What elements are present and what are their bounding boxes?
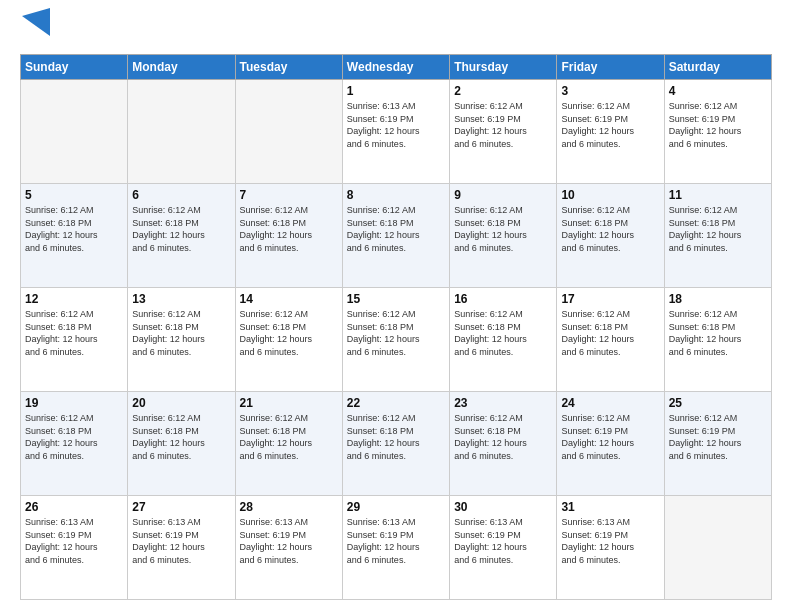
day-info: Sunrise: 6:12 AM Sunset: 6:18 PM Dayligh… <box>561 204 659 254</box>
day-number: 26 <box>25 500 123 514</box>
day-info: Sunrise: 6:12 AM Sunset: 6:18 PM Dayligh… <box>454 412 552 462</box>
day-info: Sunrise: 6:12 AM Sunset: 6:18 PM Dayligh… <box>669 204 767 254</box>
day-number: 16 <box>454 292 552 306</box>
svg-marker-0 <box>22 8 50 36</box>
calendar-cell: 3Sunrise: 6:12 AM Sunset: 6:19 PM Daylig… <box>557 80 664 184</box>
day-info: Sunrise: 6:12 AM Sunset: 6:18 PM Dayligh… <box>132 308 230 358</box>
day-number: 24 <box>561 396 659 410</box>
calendar-week-row: 19Sunrise: 6:12 AM Sunset: 6:18 PM Dayli… <box>21 392 772 496</box>
day-number: 2 <box>454 84 552 98</box>
calendar-cell: 2Sunrise: 6:12 AM Sunset: 6:19 PM Daylig… <box>450 80 557 184</box>
calendar-week-row: 12Sunrise: 6:12 AM Sunset: 6:18 PM Dayli… <box>21 288 772 392</box>
day-info: Sunrise: 6:12 AM Sunset: 6:18 PM Dayligh… <box>669 308 767 358</box>
calendar-cell: 27Sunrise: 6:13 AM Sunset: 6:19 PM Dayli… <box>128 496 235 600</box>
day-info: Sunrise: 6:12 AM Sunset: 6:18 PM Dayligh… <box>25 308 123 358</box>
day-info: Sunrise: 6:13 AM Sunset: 6:19 PM Dayligh… <box>347 100 445 150</box>
calendar-header-row: SundayMondayTuesdayWednesdayThursdayFrid… <box>21 55 772 80</box>
day-info: Sunrise: 6:12 AM Sunset: 6:19 PM Dayligh… <box>561 100 659 150</box>
day-info: Sunrise: 6:12 AM Sunset: 6:18 PM Dayligh… <box>454 204 552 254</box>
day-number: 18 <box>669 292 767 306</box>
day-info: Sunrise: 6:12 AM Sunset: 6:18 PM Dayligh… <box>347 412 445 462</box>
day-info: Sunrise: 6:12 AM Sunset: 6:19 PM Dayligh… <box>669 412 767 462</box>
calendar-cell: 14Sunrise: 6:12 AM Sunset: 6:18 PM Dayli… <box>235 288 342 392</box>
calendar-cell: 9Sunrise: 6:12 AM Sunset: 6:18 PM Daylig… <box>450 184 557 288</box>
calendar-cell: 28Sunrise: 6:13 AM Sunset: 6:19 PM Dayli… <box>235 496 342 600</box>
calendar-cell: 25Sunrise: 6:12 AM Sunset: 6:19 PM Dayli… <box>664 392 771 496</box>
day-number: 4 <box>669 84 767 98</box>
day-info: Sunrise: 6:12 AM Sunset: 6:18 PM Dayligh… <box>347 204 445 254</box>
calendar-cell: 8Sunrise: 6:12 AM Sunset: 6:18 PM Daylig… <box>342 184 449 288</box>
day-number: 7 <box>240 188 338 202</box>
day-info: Sunrise: 6:12 AM Sunset: 6:19 PM Dayligh… <box>561 412 659 462</box>
day-info: Sunrise: 6:13 AM Sunset: 6:19 PM Dayligh… <box>454 516 552 566</box>
day-info: Sunrise: 6:12 AM Sunset: 6:18 PM Dayligh… <box>240 412 338 462</box>
day-info: Sunrise: 6:12 AM Sunset: 6:18 PM Dayligh… <box>240 204 338 254</box>
calendar-table: SundayMondayTuesdayWednesdayThursdayFrid… <box>20 54 772 600</box>
calendar-cell <box>128 80 235 184</box>
page: SundayMondayTuesdayWednesdayThursdayFrid… <box>0 0 792 612</box>
calendar-cell: 21Sunrise: 6:12 AM Sunset: 6:18 PM Dayli… <box>235 392 342 496</box>
calendar-cell: 6Sunrise: 6:12 AM Sunset: 6:18 PM Daylig… <box>128 184 235 288</box>
day-number: 6 <box>132 188 230 202</box>
calendar-cell: 29Sunrise: 6:13 AM Sunset: 6:19 PM Dayli… <box>342 496 449 600</box>
calendar-cell: 12Sunrise: 6:12 AM Sunset: 6:18 PM Dayli… <box>21 288 128 392</box>
calendar-cell: 20Sunrise: 6:12 AM Sunset: 6:18 PM Dayli… <box>128 392 235 496</box>
day-number: 8 <box>347 188 445 202</box>
day-number: 31 <box>561 500 659 514</box>
day-number: 30 <box>454 500 552 514</box>
weekday-header: Monday <box>128 55 235 80</box>
header <box>20 16 772 44</box>
calendar-week-row: 26Sunrise: 6:13 AM Sunset: 6:19 PM Dayli… <box>21 496 772 600</box>
calendar-cell: 4Sunrise: 6:12 AM Sunset: 6:19 PM Daylig… <box>664 80 771 184</box>
day-info: Sunrise: 6:12 AM Sunset: 6:19 PM Dayligh… <box>454 100 552 150</box>
calendar-cell: 19Sunrise: 6:12 AM Sunset: 6:18 PM Dayli… <box>21 392 128 496</box>
calendar-cell: 26Sunrise: 6:13 AM Sunset: 6:19 PM Dayli… <box>21 496 128 600</box>
weekday-header: Saturday <box>664 55 771 80</box>
day-number: 21 <box>240 396 338 410</box>
day-number: 3 <box>561 84 659 98</box>
day-info: Sunrise: 6:12 AM Sunset: 6:18 PM Dayligh… <box>25 204 123 254</box>
day-info: Sunrise: 6:13 AM Sunset: 6:19 PM Dayligh… <box>561 516 659 566</box>
day-info: Sunrise: 6:12 AM Sunset: 6:18 PM Dayligh… <box>132 412 230 462</box>
day-number: 29 <box>347 500 445 514</box>
calendar-cell <box>664 496 771 600</box>
weekday-header: Wednesday <box>342 55 449 80</box>
calendar-cell <box>21 80 128 184</box>
calendar-cell: 15Sunrise: 6:12 AM Sunset: 6:18 PM Dayli… <box>342 288 449 392</box>
day-number: 27 <box>132 500 230 514</box>
day-number: 17 <box>561 292 659 306</box>
calendar-cell: 10Sunrise: 6:12 AM Sunset: 6:18 PM Dayli… <box>557 184 664 288</box>
calendar-cell: 5Sunrise: 6:12 AM Sunset: 6:18 PM Daylig… <box>21 184 128 288</box>
day-number: 14 <box>240 292 338 306</box>
calendar-cell: 31Sunrise: 6:13 AM Sunset: 6:19 PM Dayli… <box>557 496 664 600</box>
day-number: 10 <box>561 188 659 202</box>
weekday-header: Friday <box>557 55 664 80</box>
day-info: Sunrise: 6:12 AM Sunset: 6:18 PM Dayligh… <box>454 308 552 358</box>
day-info: Sunrise: 6:12 AM Sunset: 6:19 PM Dayligh… <box>669 100 767 150</box>
day-info: Sunrise: 6:13 AM Sunset: 6:19 PM Dayligh… <box>240 516 338 566</box>
day-number: 28 <box>240 500 338 514</box>
day-number: 1 <box>347 84 445 98</box>
day-number: 25 <box>669 396 767 410</box>
calendar-cell: 1Sunrise: 6:13 AM Sunset: 6:19 PM Daylig… <box>342 80 449 184</box>
day-number: 19 <box>25 396 123 410</box>
day-number: 13 <box>132 292 230 306</box>
calendar-cell: 16Sunrise: 6:12 AM Sunset: 6:18 PM Dayli… <box>450 288 557 392</box>
calendar-cell: 30Sunrise: 6:13 AM Sunset: 6:19 PM Dayli… <box>450 496 557 600</box>
day-info: Sunrise: 6:13 AM Sunset: 6:19 PM Dayligh… <box>347 516 445 566</box>
weekday-header: Thursday <box>450 55 557 80</box>
logo <box>20 16 50 44</box>
calendar-cell: 18Sunrise: 6:12 AM Sunset: 6:18 PM Dayli… <box>664 288 771 392</box>
day-number: 12 <box>25 292 123 306</box>
day-info: Sunrise: 6:13 AM Sunset: 6:19 PM Dayligh… <box>25 516 123 566</box>
calendar-cell: 23Sunrise: 6:12 AM Sunset: 6:18 PM Dayli… <box>450 392 557 496</box>
day-number: 15 <box>347 292 445 306</box>
day-info: Sunrise: 6:13 AM Sunset: 6:19 PM Dayligh… <box>132 516 230 566</box>
calendar-cell: 11Sunrise: 6:12 AM Sunset: 6:18 PM Dayli… <box>664 184 771 288</box>
weekday-header: Sunday <box>21 55 128 80</box>
day-info: Sunrise: 6:12 AM Sunset: 6:18 PM Dayligh… <box>132 204 230 254</box>
weekday-header: Tuesday <box>235 55 342 80</box>
logo-icon <box>22 8 50 44</box>
day-number: 23 <box>454 396 552 410</box>
day-number: 11 <box>669 188 767 202</box>
